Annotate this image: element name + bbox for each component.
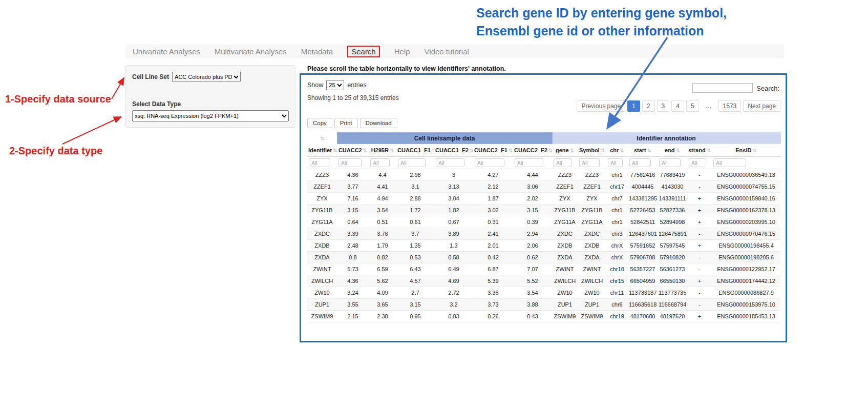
table-row[interactable]: ZXDA0.80.820.530.580.420.62ZXDAZXDAchrX5… [307, 252, 780, 263]
page-button-3[interactable]: 3 [657, 100, 670, 112]
column-header-symbol[interactable]: Symbol⇅ [578, 144, 606, 157]
cell: 0.58 [434, 252, 473, 263]
filter-input-end[interactable] [659, 158, 681, 167]
cell: ZWILCH [307, 275, 337, 287]
table-row[interactable]: ZYG11B3.153.541.721.823.023.15ZYG11BZYG1… [307, 205, 780, 216]
cell: ZW10 [578, 287, 606, 299]
search-annotation: Search gene ID by entering gene symbol, … [476, 4, 727, 40]
column-header-end[interactable]: end⇅ [658, 144, 687, 157]
filter-input-start[interactable] [629, 158, 651, 167]
show-label: Show [307, 82, 323, 89]
copy-button[interactable]: Copy [307, 118, 332, 128]
cell: ZXDA [307, 252, 337, 263]
column-header-cuacc2[interactable]: CUACC2⇅ [337, 144, 369, 157]
column-header-start[interactable]: start⇅ [628, 144, 658, 157]
column-header-ensid[interactable]: EnsID⇅ [712, 144, 780, 157]
page-button-5[interactable]: 5 [686, 100, 699, 112]
table-row[interactable]: ZW103.244.092.72.723.353.54ZW10ZW10chr11… [307, 287, 780, 299]
next-page-button[interactable]: Next page [743, 100, 780, 112]
cell: 2.38 [369, 311, 396, 322]
page-button-1[interactable]: 1 [627, 100, 640, 112]
table-row[interactable]: ZSWIM92.152.380.950.830.260.43ZSWIM9ZSWI… [307, 311, 780, 322]
cell: 5.62 [369, 275, 396, 287]
page-button-2[interactable]: 2 [642, 100, 655, 112]
nav-item-video-tutorial[interactable]: Video tutorial [425, 47, 469, 56]
table-row[interactable]: ZXDC3.393.763.73.892.412.94ZXDCZXDCchr31… [307, 228, 780, 240]
table-row[interactable]: ZUP13.553.653.153.23.733.88ZUP1ZUP1chr61… [307, 299, 780, 311]
cell: 3.54 [513, 287, 552, 299]
table-row[interactable]: ZZZ34.364.42.9834.274.44ZZZ3ZZZ3chr17756… [307, 169, 780, 181]
table-row[interactable]: ZWINT5.736.596.436.496.877.07ZWINTZWINTc… [307, 263, 780, 275]
page-length-select[interactable]: 25 [326, 80, 344, 90]
cell-line-set-select[interactable]: ACC Colorado plus PDX [172, 72, 241, 82]
filter-input-h295r[interactable] [370, 158, 390, 167]
filter-input-identifier[interactable] [309, 158, 330, 167]
filter-input-cuacc1-f2[interactable] [436, 158, 464, 167]
column-header-h295r[interactable]: H295R⇅ [369, 144, 396, 157]
cell: ZXDB [552, 240, 578, 252]
cell: 0.67 [434, 216, 473, 228]
results-panel: Show 25 entries Showing 1 to 25 of 39,31… [300, 73, 787, 342]
filter-input-cuacc2-f1[interactable] [475, 158, 504, 167]
column-header-cuacc2-f1[interactable]: CUACC2_F1⇅ [473, 144, 513, 157]
cell: ZXDA [552, 252, 578, 263]
print-button[interactable]: Print [334, 118, 358, 128]
page-button-4[interactable]: 4 [671, 100, 684, 112]
filter-input-cuacc2[interactable] [338, 158, 362, 167]
cell: 126437601 [628, 228, 658, 240]
nav-item-multivariate-analyses[interactable]: Multivariate Analyses [215, 47, 287, 56]
filter-input-strand[interactable] [689, 158, 706, 167]
cell: - [687, 252, 712, 263]
filter-input-cuacc2-f2[interactable] [515, 158, 543, 167]
page-button-1573[interactable]: 1573 [718, 100, 742, 112]
table-row[interactable]: ZYG11A0.640.510.610.670.310.39ZYG11AZYG1… [307, 216, 780, 228]
cell: 6.87 [473, 263, 513, 275]
sort-icon: ⇅ [647, 148, 651, 153]
nav-item-search[interactable]: Search [347, 46, 380, 57]
cell: ZXDC [307, 228, 337, 240]
cell: 2.01 [473, 240, 513, 252]
nav-item-metadata[interactable]: Metadata [301, 47, 333, 56]
column-header-gene[interactable]: gene⇅ [552, 144, 578, 157]
table-search-input[interactable] [692, 83, 753, 93]
cell: chr19 [606, 311, 628, 322]
cell: 143391111 [658, 193, 687, 205]
nav-item-univariate-analyses[interactable]: Univariate Analyses [133, 47, 200, 56]
column-header-cuacc2-f2[interactable]: CUACC2_F2⇅ [513, 144, 552, 157]
cell: ZWINT [307, 263, 337, 275]
cell: 2.88 [396, 193, 434, 205]
filter-input-ensid[interactable] [713, 158, 746, 167]
cell: 52827336 [658, 205, 687, 216]
table-row[interactable]: ZZEF13.774.413.13.132.123.06ZZEF1ZZEF1ch… [307, 181, 780, 193]
column-header-cuacc1-f2[interactable]: CUACC1_F2⇅ [434, 144, 473, 157]
sort-icon: ⇅ [620, 148, 624, 153]
table-row[interactable]: ZYX7.164.942.883.041.872.02ZYXZYXchr7143… [307, 193, 780, 205]
column-header-identifier[interactable]: Identifier⇅ [307, 144, 337, 157]
cell: chr1 [606, 205, 628, 216]
cell: ZXDC [552, 228, 578, 240]
table-row[interactable]: ZXDB2.481.791.351.32.012.06ZXDBZXDBchrX5… [307, 240, 780, 252]
cell: 2.12 [473, 181, 513, 193]
previous-page-button[interactable]: Previous page [577, 100, 625, 112]
cell: 3.88 [513, 299, 552, 311]
cell: 56357227 [628, 263, 658, 275]
cell: 0.64 [337, 216, 369, 228]
filter-cell [513, 157, 552, 169]
nav-item-help[interactable]: Help [394, 47, 410, 56]
cell: 6.49 [434, 263, 473, 275]
cell: 1.72 [396, 205, 434, 216]
column-header-cuacc1-f1[interactable]: CUACC1_F1⇅ [396, 144, 434, 157]
sort-icon: ⇅ [570, 148, 574, 153]
column-header-chr[interactable]: chr⇅ [606, 144, 628, 157]
cell: ZXDC [578, 228, 606, 240]
table-row[interactable]: ZWILCH4.365.624.574.695.395.52ZWILCHZWIL… [307, 275, 780, 287]
column-header-strand[interactable]: strand⇅ [687, 144, 712, 157]
cell: 3.06 [513, 181, 552, 193]
download-button[interactable]: Download [360, 118, 397, 128]
filter-input-chr[interactable] [608, 158, 623, 167]
filter-input-gene[interactable] [554, 158, 571, 167]
filter-input-cuacc1-f1[interactable] [398, 158, 426, 167]
cell: 3.35 [473, 287, 513, 299]
filter-input-symbol[interactable] [579, 158, 600, 167]
data-type-select[interactable]: xsq: RNA-seq Expression (log2 FPKM+1) [132, 110, 289, 121]
